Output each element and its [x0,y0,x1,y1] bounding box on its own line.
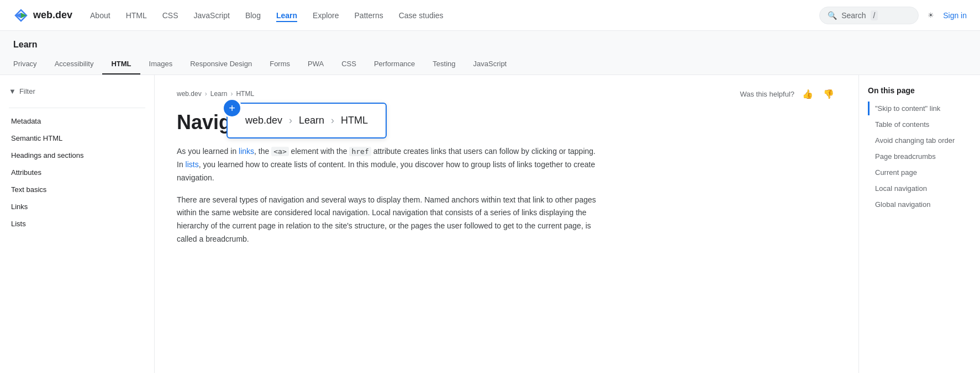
breadcrumb-learn[interactable]: Learn [210,90,228,98]
sidebar-item-text-basics[interactable]: Text basics [0,181,154,198]
tab-pwa[interactable]: PWA [299,54,333,74]
toc-item-current-page[interactable]: Current page [868,166,971,179]
filter-label: Filter [19,87,35,95]
thumbs-down-button[interactable]: 👎 [821,86,836,102]
zoom-box: web.dev › Learn › HTML [226,103,387,138]
a-element-code: <a> [271,147,288,156]
sidebar-item-semantic-html[interactable]: Semantic HTML [0,130,154,147]
top-nav: web.dev About HTML CSS JavaScript Blog L… [0,0,980,31]
top-nav-links: About HTML CSS JavaScript Blog Learn Exp… [90,9,802,22]
content-paragraph-2: There are several types of navigation an… [177,194,597,246]
search-label: Search [841,11,866,20]
content-area: web.dev › Learn › HTML Was this helpful?… [155,75,858,373]
sidebar-item-lists[interactable]: Lists [0,215,154,232]
tab-forms[interactable]: Forms [261,54,299,74]
tab-html[interactable]: HTML [102,54,140,74]
zoom-webdev: web.dev [245,115,282,126]
tab-performance[interactable]: Performance [365,54,424,74]
links-link[interactable]: links [239,147,254,156]
zoom-plus-icon: + [222,98,242,118]
toc-item-local-nav[interactable]: Local navigation [868,182,971,195]
nav-patterns[interactable]: Patterns [355,9,383,22]
sidebar-item-attributes[interactable]: Attributes [0,164,154,181]
helpful-label: Was this helpful? [740,90,794,98]
zoom-overlay: + web.dev › Learn › HTML [226,103,387,138]
logo-icon [13,8,29,23]
zoom-container: + web.dev › Learn › HTML [226,103,387,138]
tab-responsive-design[interactable]: Responsive Design [181,54,261,74]
nav-css[interactable]: CSS [162,9,178,22]
logo[interactable]: web.dev [13,8,72,23]
href-code: href [349,147,371,156]
breadcrumb-sep-1: › [205,90,207,98]
site-name: web.dev [33,9,72,21]
slash-badge: / [871,10,878,20]
on-this-page-title: On this page [868,86,971,95]
sidebar-item-headings-sections[interactable]: Headings and sections [0,147,154,164]
breadcrumb-sep-2: › [230,90,233,98]
learn-tabs: Privacy Accessibility HTML Images Respon… [13,54,967,74]
zoom-sep-2: › [331,115,334,126]
nav-case-studies[interactable]: Case studies [399,9,444,22]
sidebar-item-metadata[interactable]: Metadata [0,113,154,130]
lists-link[interactable]: lists [186,160,199,169]
main-layout: ▼ Filter Metadata Semantic HTML Headings… [0,75,980,373]
tab-testing[interactable]: Testing [424,54,464,74]
zoom-html: HTML [341,115,368,126]
sidebar-item-links[interactable]: Links [0,198,154,215]
learn-header: Learn Privacy Accessibility HTML Images … [0,31,980,75]
learn-section-title: Learn [13,35,967,54]
content-paragraph-1: As you learned in links, the <a> element… [177,145,597,184]
zoom-sep-1: › [289,115,292,126]
toc-item-avoid-tab[interactable]: Avoid changing tab order [868,134,971,147]
search-icon: 🔍 [828,11,837,20]
nav-javascript[interactable]: JavaScript [194,9,230,22]
right-sidebar: On this page "Skip to content" link Tabl… [858,75,980,373]
tab-accessibility[interactable]: Accessibility [46,54,103,74]
nav-explore[interactable]: Explore [313,9,339,22]
breadcrumb: web.dev › Learn › HTML [177,90,254,98]
top-nav-right: 🔍 Search / ☀ Sign in [819,7,967,24]
thumbs-up-button[interactable]: 👍 [800,86,815,102]
zoom-learn: Learn [299,115,324,126]
tab-privacy[interactable]: Privacy [13,54,46,74]
nav-html[interactable]: HTML [126,9,147,22]
theme-icon[interactable]: ☀ [928,11,934,19]
toc-item-breadcrumbs[interactable]: Page breadcrumbs [868,150,971,163]
nav-blog[interactable]: Blog [245,9,261,22]
sign-in-button[interactable]: Sign in [943,11,967,20]
filter-row[interactable]: ▼ Filter [0,84,154,103]
toc-item-toc[interactable]: Table of contents [868,118,971,131]
helpful-row: Was this helpful? 👍 👎 [740,86,836,102]
breadcrumb-row: web.dev › Learn › HTML Was this helpful?… [177,75,836,106]
tab-css[interactable]: CSS [333,54,365,74]
nav-learn[interactable]: Learn [276,9,297,22]
search-bar[interactable]: 🔍 Search / [819,7,919,24]
tab-javascript[interactable]: JavaScript [465,54,516,74]
breadcrumb-html[interactable]: HTML [236,90,254,98]
nav-about[interactable]: About [90,9,110,22]
breadcrumb-webdev[interactable]: web.dev [177,90,202,98]
toc-item-skip[interactable]: "Skip to content" link [868,102,971,115]
content-text: As you learned in links, the <a> element… [177,145,597,246]
sidebar-divider [9,108,145,108]
toc-item-global-nav[interactable]: Global navigation [868,198,971,211]
left-sidebar: ▼ Filter Metadata Semantic HTML Headings… [0,75,155,373]
tab-images[interactable]: Images [140,54,182,74]
filter-chevron-icon: ▼ [9,87,16,95]
